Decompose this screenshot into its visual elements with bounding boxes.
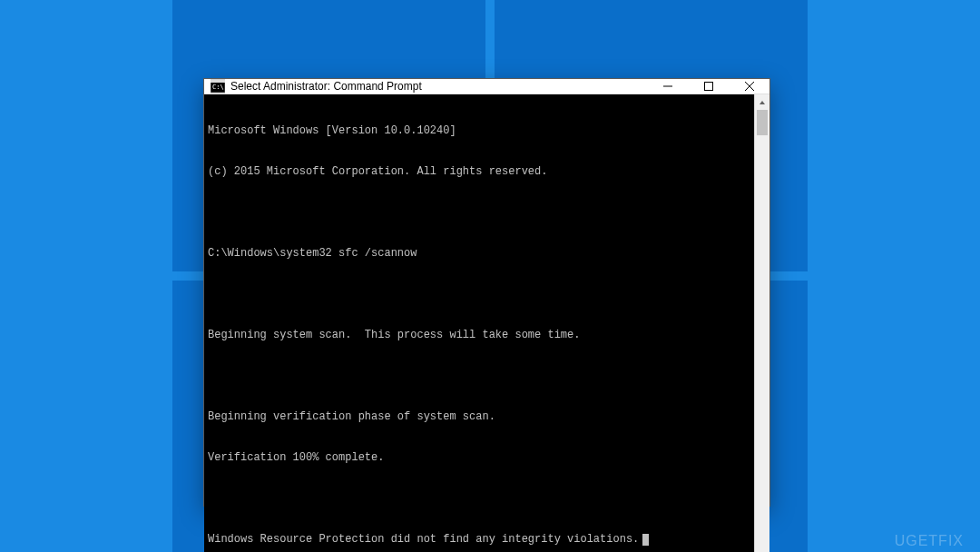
close-button[interactable]	[729, 79, 769, 94]
window-controls	[647, 79, 769, 94]
console-line: (c) 2015 Microsoft Corporation. All righ…	[208, 165, 750, 179]
svg-rect-1	[211, 80, 225, 83]
console-line	[208, 370, 750, 383]
console-area: Microsoft Windows [Version 10.0.10240] (…	[204, 94, 769, 552]
console-line: Microsoft Windows [Version 10.0.10240]	[208, 124, 750, 138]
svg-rect-4	[704, 83, 712, 91]
console-line: Verification 100% complete.	[208, 451, 750, 465]
cmd-icon: C:\	[211, 79, 225, 94]
console-line: C:\Windows\system32 sfc /scannow	[208, 247, 750, 261]
console-line	[208, 492, 750, 506]
svg-text:C:\: C:\	[212, 84, 224, 91]
maximize-button[interactable]	[688, 79, 729, 94]
vertical-scrollbar[interactable]	[754, 94, 769, 552]
console-line: Beginning system scan. This process will…	[208, 329, 750, 342]
console-line: Windows Resource Protection did not find…	[208, 533, 750, 547]
watermark-text: UGETFIX	[895, 533, 964, 549]
scroll-track[interactable]	[755, 110, 769, 552]
console-text: Windows Resource Protection did not find…	[208, 533, 639, 547]
window-title: Select Administrator: Command Prompt	[230, 80, 647, 93]
console-line: Beginning verification phase of system s…	[208, 410, 750, 424]
scroll-up-button[interactable]	[755, 94, 769, 110]
console-line	[208, 288, 750, 301]
cursor	[642, 534, 649, 546]
minimize-button[interactable]	[647, 79, 688, 94]
command-prompt-window: C:\ Select Administrator: Command Prompt…	[203, 78, 770, 507]
console-line	[208, 206, 750, 220]
scroll-thumb[interactable]	[757, 110, 768, 135]
titlebar[interactable]: C:\ Select Administrator: Command Prompt	[204, 79, 769, 94]
console-output[interactable]: Microsoft Windows [Version 10.0.10240] (…	[204, 94, 754, 552]
